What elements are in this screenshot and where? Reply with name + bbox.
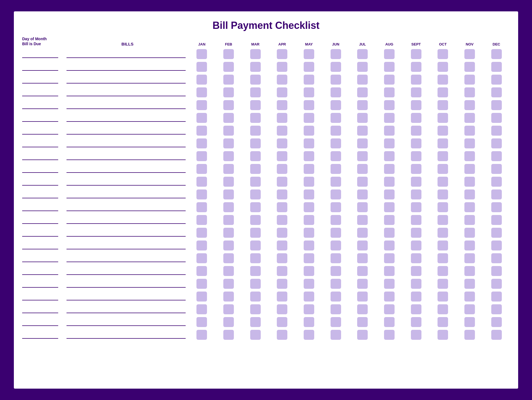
- payment-checkbox[interactable]: [384, 113, 395, 123]
- payment-checkbox[interactable]: [438, 87, 448, 97]
- bill-input[interactable]: [66, 267, 186, 275]
- bill-input[interactable]: [66, 114, 186, 122]
- payment-checkbox[interactable]: [331, 62, 341, 72]
- payment-checkbox[interactable]: [357, 100, 368, 110]
- bill-input[interactable]: [66, 254, 186, 262]
- payment-checkbox[interactable]: [438, 266, 448, 276]
- payment-checkbox[interactable]: [223, 228, 234, 238]
- payment-checkbox[interactable]: [277, 113, 287, 123]
- payment-checkbox[interactable]: [357, 330, 368, 340]
- day-input[interactable]: [22, 63, 58, 71]
- payment-checkbox[interactable]: [250, 151, 261, 161]
- payment-checkbox[interactable]: [438, 279, 448, 289]
- bill-input[interactable]: [66, 293, 186, 300]
- payment-checkbox[interactable]: [384, 189, 395, 199]
- bill-input[interactable]: [66, 165, 186, 173]
- payment-checkbox[interactable]: [331, 330, 341, 340]
- payment-checkbox[interactable]: [384, 228, 395, 238]
- payment-checkbox[interactable]: [304, 240, 314, 250]
- payment-checkbox[interactable]: [331, 279, 341, 289]
- day-input[interactable]: [22, 127, 58, 135]
- payment-checkbox[interactable]: [250, 292, 261, 302]
- payment-checkbox[interactable]: [223, 189, 234, 199]
- payment-checkbox[interactable]: [331, 253, 341, 263]
- payment-checkbox[interactable]: [357, 177, 368, 187]
- payment-checkbox[interactable]: [384, 266, 395, 276]
- payment-checkbox[interactable]: [331, 100, 341, 110]
- payment-checkbox[interactable]: [304, 62, 314, 72]
- payment-checkbox[interactable]: [331, 138, 341, 148]
- payment-checkbox[interactable]: [357, 113, 368, 123]
- payment-checkbox[interactable]: [438, 202, 448, 212]
- payment-checkbox[interactable]: [277, 317, 287, 327]
- payment-checkbox[interactable]: [277, 75, 287, 85]
- payment-checkbox[interactable]: [357, 304, 368, 314]
- payment-checkbox[interactable]: [464, 49, 475, 59]
- payment-checkbox[interactable]: [438, 100, 448, 110]
- payment-checkbox[interactable]: [384, 164, 395, 174]
- payment-checkbox[interactable]: [196, 189, 207, 199]
- payment-checkbox[interactable]: [384, 49, 395, 59]
- payment-checkbox[interactable]: [331, 215, 341, 225]
- payment-checkbox[interactable]: [491, 87, 502, 97]
- payment-checkbox[interactable]: [357, 138, 368, 148]
- payment-checkbox[interactable]: [384, 177, 395, 187]
- payment-checkbox[interactable]: [491, 126, 502, 136]
- payment-checkbox[interactable]: [196, 75, 207, 85]
- payment-checkbox[interactable]: [331, 266, 341, 276]
- payment-checkbox[interactable]: [411, 292, 421, 302]
- payment-checkbox[interactable]: [331, 75, 341, 85]
- payment-checkbox[interactable]: [196, 292, 207, 302]
- payment-checkbox[interactable]: [438, 228, 448, 238]
- payment-checkbox[interactable]: [250, 87, 261, 97]
- bill-input[interactable]: [66, 242, 186, 249]
- payment-checkbox[interactable]: [277, 100, 287, 110]
- payment-checkbox[interactable]: [438, 215, 448, 225]
- payment-checkbox[interactable]: [438, 49, 448, 59]
- payment-checkbox[interactable]: [304, 164, 314, 174]
- payment-checkbox[interactable]: [196, 87, 207, 97]
- payment-checkbox[interactable]: [196, 304, 207, 314]
- payment-checkbox[interactable]: [384, 304, 395, 314]
- payment-checkbox[interactable]: [491, 266, 502, 276]
- payment-checkbox[interactable]: [304, 266, 314, 276]
- payment-checkbox[interactable]: [384, 126, 395, 136]
- payment-checkbox[interactable]: [357, 189, 368, 199]
- day-input[interactable]: [22, 191, 58, 198]
- payment-checkbox[interactable]: [304, 177, 314, 187]
- payment-checkbox[interactable]: [491, 202, 502, 212]
- payment-checkbox[interactable]: [384, 202, 395, 212]
- payment-checkbox[interactable]: [357, 49, 368, 59]
- bill-input[interactable]: [66, 216, 186, 224]
- payment-checkbox[interactable]: [411, 189, 421, 199]
- payment-checkbox[interactable]: [357, 202, 368, 212]
- payment-checkbox[interactable]: [196, 49, 207, 59]
- payment-checkbox[interactable]: [277, 62, 287, 72]
- payment-checkbox[interactable]: [250, 138, 261, 148]
- payment-checkbox[interactable]: [250, 100, 261, 110]
- payment-checkbox[interactable]: [223, 266, 234, 276]
- payment-checkbox[interactable]: [491, 177, 502, 187]
- payment-checkbox[interactable]: [331, 317, 341, 327]
- payment-checkbox[interactable]: [491, 151, 502, 161]
- payment-checkbox[interactable]: [491, 49, 502, 59]
- payment-checkbox[interactable]: [223, 253, 234, 263]
- payment-checkbox[interactable]: [438, 304, 448, 314]
- payment-checkbox[interactable]: [464, 126, 475, 136]
- bill-input[interactable]: [66, 191, 186, 198]
- payment-checkbox[interactable]: [411, 177, 421, 187]
- payment-checkbox[interactable]: [464, 177, 475, 187]
- payment-checkbox[interactable]: [411, 62, 421, 72]
- payment-checkbox[interactable]: [304, 189, 314, 199]
- payment-checkbox[interactable]: [250, 330, 261, 340]
- payment-checkbox[interactable]: [438, 317, 448, 327]
- day-input[interactable]: [22, 152, 58, 160]
- payment-checkbox[interactable]: [384, 240, 395, 250]
- payment-checkbox[interactable]: [223, 62, 234, 72]
- payment-checkbox[interactable]: [223, 317, 234, 327]
- payment-checkbox[interactable]: [304, 317, 314, 327]
- payment-checkbox[interactable]: [304, 330, 314, 340]
- payment-checkbox[interactable]: [196, 330, 207, 340]
- payment-checkbox[interactable]: [223, 138, 234, 148]
- payment-checkbox[interactable]: [491, 100, 502, 110]
